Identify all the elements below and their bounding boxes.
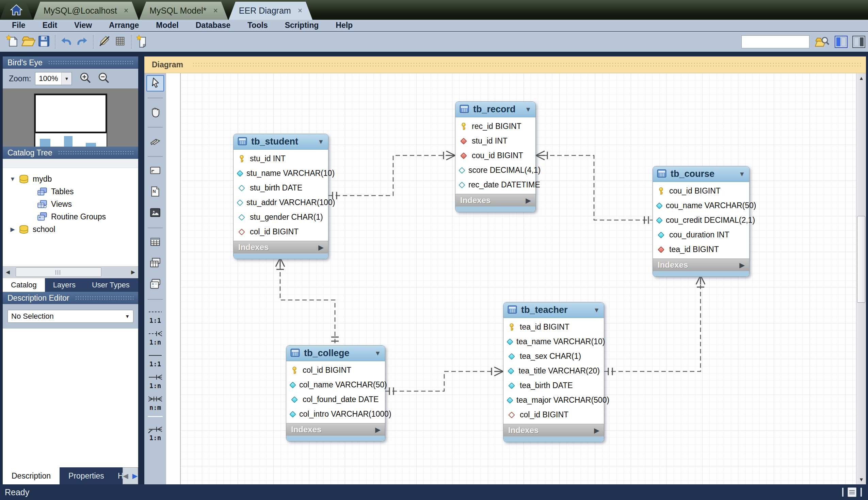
- collapse-caret-icon[interactable]: ▼: [375, 350, 381, 357]
- menu-item-scripting[interactable]: Scripting: [276, 21, 327, 30]
- column-row-col-intro[interactable]: col_intro VARCHAR(1000): [286, 407, 385, 421]
- indexes-bar[interactable]: Indexes▶: [286, 423, 385, 436]
- column-row-rec-id[interactable]: rec_id BIGINT: [455, 119, 535, 134]
- rel-1-n-identifying-tool[interactable]: 1:n: [146, 371, 164, 390]
- note-tool[interactable]: N: [146, 184, 164, 200]
- tab-description[interactable]: Description: [3, 467, 59, 484]
- table-header[interactable]: tb_college▼: [286, 345, 385, 361]
- description-text-area[interactable]: [3, 329, 138, 467]
- expand-arrow-icon[interactable]: ▶: [739, 261, 744, 269]
- column-row-cou-id[interactable]: cou_id BIGINT: [653, 184, 749, 198]
- menu-item-view[interactable]: View: [66, 21, 100, 30]
- indexes-bar[interactable]: Indexes▶: [234, 241, 328, 253]
- column-row-tea-major[interactable]: tea_major VARCHAR(500): [503, 393, 604, 408]
- window-tab-mysql-localhost[interactable]: MySQL@Localhost×: [33, 2, 138, 20]
- column-row-cou-duration[interactable]: cou_duration INT: [653, 228, 749, 242]
- column-row-tea-sex[interactable]: tea_sex CHAR(1): [503, 349, 604, 364]
- column-row-tea-title[interactable]: tea_title VARCHAR(20): [503, 364, 604, 378]
- column-row-cou-credit[interactable]: cou_credit DECIMAL(2,1): [653, 213, 749, 228]
- chevron-down-icon[interactable]: ▼: [61, 72, 71, 85]
- column-row-col-id[interactable]: col_id BIGINT: [234, 225, 328, 239]
- table-tb-student[interactable]: tb_student▼stu_id INTstu_name VARCHAR(10…: [233, 134, 329, 259]
- column-row-cou-name[interactable]: cou_name VARCHAR(50): [653, 198, 749, 213]
- diagram-vertical-scrollbar[interactable]: ▲ ▼: [856, 73, 866, 484]
- new-page-button[interactable]: [135, 34, 151, 50]
- open-file-button[interactable]: [20, 34, 36, 50]
- column-row-col-id[interactable]: col_id BIGINT: [503, 408, 604, 422]
- view-tool[interactable]: [146, 255, 164, 272]
- rel-n-m-identifying-tool[interactable]: n:m: [146, 393, 164, 412]
- column-row-score[interactable]: score DECIMAL(4,1): [455, 163, 535, 178]
- pointer-tool[interactable]: [146, 75, 164, 91]
- column-row-rec-date[interactable]: rec_date DATETIME: [455, 178, 535, 192]
- expander-icon[interactable]: ▶: [8, 226, 18, 233]
- column-row-stu-name[interactable]: stu_name VARCHAR(10): [234, 166, 328, 181]
- indexes-bar[interactable]: Indexes▶: [503, 424, 604, 436]
- scroll-down-icon[interactable]: ▼: [856, 477, 866, 482]
- tab-properties[interactable]: Properties: [59, 467, 113, 484]
- column-row-cou-id[interactable]: cou_id BIGINT: [455, 148, 535, 163]
- column-row-stu-id[interactable]: stu_id INT: [234, 151, 328, 166]
- table-tb-course[interactable]: tb_course▼cou_id BIGINTcou_name VARCHAR(…: [653, 166, 749, 277]
- tree-node-views[interactable]: Views: [3, 198, 138, 211]
- rel-1-n-non-identifying-tool[interactable]: 1:n: [146, 328, 164, 346]
- window-tab-mysql-model[interactable]: MySQL Model*×: [139, 2, 228, 20]
- table-tb-record[interactable]: tb_record▼rec_id BIGINTstu_id INTcou_id …: [455, 101, 536, 212]
- tab-h[interactable]: H: [113, 467, 123, 484]
- close-icon[interactable]: ×: [298, 6, 302, 15]
- selection-dropdown[interactable]: No Selection ▼: [8, 310, 133, 323]
- column-row-stu-addr[interactable]: stu_addr VARCHAR(100): [234, 195, 328, 210]
- expand-arrow-icon[interactable]: ▶: [594, 427, 599, 434]
- collapse-caret-icon[interactable]: ▼: [593, 306, 600, 314]
- menu-item-tools[interactable]: Tools: [239, 21, 276, 30]
- table-header[interactable]: tb_record▼: [455, 102, 535, 117]
- toggle-right-sidebar-button[interactable]: [852, 36, 865, 48]
- nav-forward-icon[interactable]: ▶: [132, 472, 137, 480]
- toggle-left-sidebar-button[interactable]: [835, 36, 848, 48]
- expand-arrow-icon[interactable]: ▶: [525, 196, 531, 204]
- tree-horizontal-scrollbar[interactable]: ◀ ▶: [3, 266, 138, 278]
- relationship-tb-college-tb-teacher[interactable]: [385, 372, 503, 391]
- home-tab[interactable]: [0, 2, 33, 20]
- relationship-tb-student-tb-record[interactable]: [329, 156, 455, 196]
- relationship-tb-student-tb-college[interactable]: [280, 258, 335, 345]
- table-tb-college[interactable]: tb_college▼col_id BIGINTcol_name VARCHAR…: [286, 345, 385, 442]
- tree-node-routine-groups[interactable]: Routine Groups: [3, 211, 138, 223]
- indexes-bar[interactable]: Indexes▶: [455, 194, 535, 206]
- eraser-tool[interactable]: [146, 134, 164, 150]
- scroll-left-icon[interactable]: ◀: [3, 269, 13, 275]
- table-tb-teacher[interactable]: tb_teacher▼tea_id BIGINTtea_name VARCHAR…: [503, 302, 604, 442]
- collapse-caret-icon[interactable]: ▼: [318, 138, 324, 146]
- column-row-tea-id[interactable]: tea_id BIGINT: [503, 320, 604, 334]
- scrollbar-thumb[interactable]: [16, 268, 101, 277]
- window-tab-eer-diagram[interactable]: EER Diagram×: [229, 2, 312, 20]
- rel-1-1-non-identifying-tool[interactable]: 1:1: [146, 306, 164, 325]
- tree-node-school[interactable]: ▶school: [3, 223, 138, 236]
- column-row-stu-birth[interactable]: stu_birth DATE: [234, 181, 328, 195]
- column-row-stu-id[interactable]: stu_id INT: [455, 134, 535, 148]
- expander-icon[interactable]: ▼: [8, 176, 18, 183]
- search-input[interactable]: [742, 35, 810, 48]
- grid-button[interactable]: [112, 34, 128, 50]
- table-header[interactable]: tb_student▼: [234, 134, 328, 150]
- menu-item-arrange[interactable]: Arrange: [100, 21, 147, 30]
- collapse-caret-icon[interactable]: ▼: [525, 106, 531, 113]
- tab-user-types[interactable]: User Types: [84, 278, 138, 292]
- relationship-tb-teacher-tb-course[interactable]: [604, 275, 701, 372]
- layer-tool[interactable]: [146, 163, 164, 179]
- save-button[interactable]: [36, 34, 52, 50]
- no-edit-button[interactable]: [97, 34, 112, 50]
- tab-catalog[interactable]: Catalog: [3, 278, 45, 292]
- find-folder-icon[interactable]: [814, 34, 830, 50]
- column-row-stu-gender[interactable]: stu_gender CHAR(1): [234, 210, 328, 225]
- image-tool[interactable]: [146, 205, 164, 221]
- menu-item-database[interactable]: Database: [187, 21, 239, 30]
- rel-1-1-identifying-tool[interactable]: 1:1: [146, 349, 164, 368]
- tree-node-tables[interactable]: Tables: [3, 185, 138, 198]
- chevron-down-icon[interactable]: ▼: [122, 314, 133, 319]
- column-row-col-found-date[interactable]: col_found_date DATE: [286, 392, 385, 407]
- menu-item-model[interactable]: Model: [147, 21, 187, 30]
- redo-button[interactable]: [74, 34, 90, 50]
- routine-group-tool[interactable]: [146, 276, 164, 293]
- menu-item-edit[interactable]: Edit: [34, 21, 66, 30]
